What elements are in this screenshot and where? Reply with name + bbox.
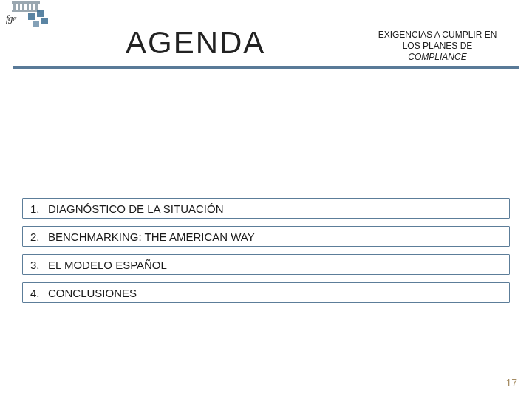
logo-building-icon [10,1,40,12]
agenda-item: 3. EL MODELO ESPAÑOL [22,254,510,275]
header-rule-thick [13,66,519,69]
logo-square-icon [41,18,48,24]
agenda-item-text: CONCLUSIONES [48,287,137,299]
subtitle-line: EXIGENCIAS A CUMPLIR EN [364,30,511,41]
agenda-item-text: EL MODELO ESPAÑOL [48,259,167,271]
logo-square-icon [28,13,35,20]
agenda-item-number: 3. [30,259,48,271]
agenda-item-number: 2. [30,231,48,243]
agenda-item: 2. BENCHMARKING: THE AMERICAN WAY [22,226,510,247]
page-title: AGENDA [126,25,265,61]
agenda-list: 1. DIAGNÓSTICO DE LA SITUACIÓN 2. BENCHM… [22,198,510,310]
logo: fge [6,1,46,25]
agenda-item-number: 1. [30,202,48,215]
header-rule-thin [0,27,532,27]
agenda-item: 4. CONCLUSIONES [22,282,510,303]
logo-square-icon [37,10,44,17]
subtitle-line: LOS PLANES DE [364,41,511,52]
agenda-item-number: 4. [30,287,48,299]
agenda-item: 1. DIAGNÓSTICO DE LA SITUACIÓN [22,198,510,219]
agenda-item-text: DIAGNÓSTICO DE LA SITUACIÓN [48,202,224,215]
subtitle-line: COMPLIANCE [364,52,511,63]
agenda-item-text: BENCHMARKING: THE AMERICAN WAY [48,231,255,243]
header-subtitle: EXIGENCIAS A CUMPLIR EN LOS PLANES DE CO… [364,30,511,63]
page-number: 17 [505,377,517,389]
logo-text: fge [6,13,16,24]
slide: fge AGENDA EXIGENCIAS A CUMPLIR EN LOS P… [0,0,532,399]
